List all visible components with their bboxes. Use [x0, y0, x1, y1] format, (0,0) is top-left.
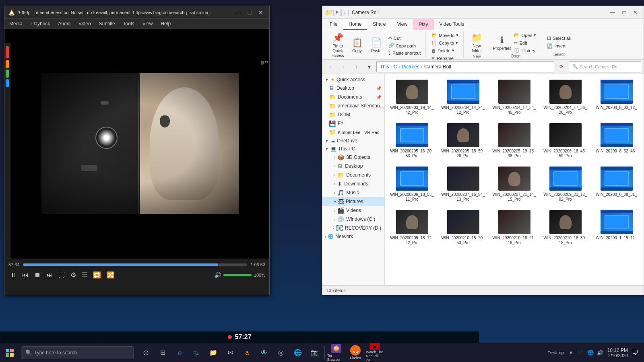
sidebar-item-desktop-qa[interactable]: 🖥 Desktop 📌 [322, 84, 384, 93]
vlc-menu-video[interactable]: Video [77, 20, 92, 27]
quick-access-btn1[interactable]: ⬇ [333, 9, 341, 16]
sidebar-item-videos[interactable]: › 🎬 Videos [322, 206, 384, 215]
vlc-progress-track[interactable] [23, 263, 248, 266]
taskbar-icon-amazon[interactable]: a [239, 345, 255, 361]
sidebar-item-3dobjects[interactable]: › 📦 3D Objects [322, 153, 384, 162]
copy-button[interactable]: 📋 Copy [348, 35, 366, 56]
delete-button[interactable]: 🗑 Delete ▾ [430, 47, 460, 54]
vlc-maximize-button[interactable]: □ [244, 7, 255, 18]
explorer-maximize-button[interactable]: □ [619, 8, 629, 17]
sidebar-item-windows-c[interactable]: › 💿 Windows (C:) [322, 215, 384, 224]
paste-button[interactable]: 📄 Paste [367, 35, 385, 56]
sidebar-item-documents[interactable]: › 📁 Documents [322, 171, 384, 179]
file-item[interactable]: WIN_20200206_18_53_11_Pro [388, 164, 436, 204]
invert-button[interactable]: 🔄 Invert [545, 43, 572, 49]
file-item[interactable]: WIN_20200_1_15_11_ [592, 208, 640, 248]
vlc-menu-playback[interactable]: Playback [29, 20, 52, 27]
history-button[interactable]: 🕐 History [512, 47, 538, 54]
address-bar[interactable]: This PC › Pictures › Camera Roll [376, 61, 554, 72]
nav-recent-button[interactable]: ▾ [363, 61, 375, 72]
sidebar-item-documents-qa[interactable]: 📁 Documents 📌 [322, 93, 384, 101]
vlc-volume-bar[interactable] [223, 274, 252, 276]
thispc-header[interactable]: ▼ 💻 This PC [322, 145, 384, 153]
file-item[interactable]: WIN_20200204_17_34_45_Pro [490, 77, 538, 117]
sidebar-item-kimber[interactable]: 📁 Kimber Lee - VR Pac [322, 128, 384, 137]
explorer-minimize-button[interactable]: — [607, 8, 618, 17]
taskbar-icon-taskview[interactable]: ⊞ [155, 345, 171, 361]
sidebar-item-music[interactable]: › 🎵 Music [322, 188, 384, 197]
vlc-minimize-button[interactable]: — [233, 7, 244, 18]
file-item[interactable]: WIN_20200_8_52_46_ [592, 121, 640, 161]
file-item[interactable]: WIN_20200205_16_20_53_Pro [388, 121, 436, 161]
sidebar-item-recovery-d[interactable]: › 💽 RECOVERY (D:) [322, 224, 384, 232]
vlc-loop-button[interactable]: 🔁 [91, 270, 103, 280]
ribbon-tab-home[interactable]: Home [343, 19, 367, 30]
taskbar-icon-tripadvisor[interactable]: 👁 [256, 345, 272, 361]
taskbar-icon-edge[interactable]: ℯ [171, 345, 188, 361]
taskbar-app-watch[interactable]: ▶ Watch The Red Pill 20... [366, 344, 384, 362]
nav-forward-button[interactable]: › [338, 61, 349, 72]
file-item[interactable]: WIN_20200204_17_36_20_Pro [541, 77, 589, 117]
pin-to-quick-access-button[interactable]: 📌 Pin to Quick access [329, 32, 347, 59]
file-item[interactable]: WIN_20200210_18_21_18_Pro [490, 208, 538, 248]
file-item[interactable]: WIN_20200205_19_15_38_Pro [490, 121, 538, 161]
vlc-menu-help[interactable]: Help [159, 20, 172, 27]
ribbon-tab-videotools[interactable]: Video Tools [434, 19, 470, 30]
tray-volume-icon[interactable]: 🔊 [596, 349, 604, 357]
taskbar-icon-cortana[interactable]: ⊙ [138, 345, 154, 361]
taskbar-icon-browser[interactable]: 🌐 [290, 345, 306, 361]
vlc-pause-button[interactable]: ⏸ [8, 271, 18, 280]
taskbar-icon-unknown1[interactable]: ◎ [273, 345, 289, 361]
open-btn[interactable]: 📂 Open ▾ [512, 32, 538, 39]
notification-button[interactable]: 🗨 [631, 349, 639, 357]
sidebar-item-pictures[interactable]: ▾ 🖼 Pictures [322, 197, 384, 206]
copy-path-button[interactable]: 🔗 Copy path [387, 42, 422, 49]
taskbar-icon-camera[interactable]: 📷 [307, 345, 323, 361]
network-header[interactable]: › 🌐 Network [322, 232, 384, 241]
vlc-next-button[interactable]: ⏭ [45, 271, 54, 280]
edit-button[interactable]: ✏ Edit [512, 39, 538, 46]
file-item[interactable]: WIN_20200207_15_54_13_Pro [439, 164, 487, 204]
select-all-button[interactable]: ☑ Select all [545, 35, 572, 42]
ribbon-tab-view[interactable]: View [391, 19, 413, 30]
vlc-stop-button[interactable]: ⏹ [33, 271, 42, 280]
vlc-video-area[interactable]: DSh [4, 29, 269, 259]
sidebar-item-desktop[interactable]: › 🖥 Desktop [322, 162, 384, 171]
onedrive-header[interactable]: ▼ ☁ OneDrive [322, 137, 384, 145]
nav-up-button[interactable]: ↑ [351, 61, 362, 72]
new-folder-button[interactable]: 📁 New folder [468, 32, 485, 54]
file-item[interactable]: WIN_20200203_19_14_42_Pro [388, 77, 436, 117]
file-item[interactable]: WIN_20200206_18_45_59_Pro [541, 121, 589, 161]
ribbon-tab-play[interactable]: Play [413, 19, 433, 30]
file-item[interactable]: WIN_20200210_15_20_53_Pro [439, 208, 487, 248]
vlc-menu-view[interactable]: View [141, 20, 155, 27]
file-item[interactable]: WIN_20200_8_03_12_ [592, 77, 640, 117]
file-item[interactable]: WIN_20200207_21_14_15_Pro [490, 164, 538, 204]
taskbar-icon-files[interactable]: 📁 [205, 345, 221, 361]
tray-kaspersky-icon[interactable]: 🛡 [577, 349, 585, 357]
vlc-shuffle-button[interactable]: 🔀 [105, 270, 116, 280]
ribbon-tab-file[interactable]: File [324, 19, 343, 30]
tray-expand-icon[interactable]: ∧ [567, 349, 575, 357]
vlc-menu-tools[interactable]: Tools [122, 20, 136, 27]
file-item[interactable]: WIN_20200209_18_12_42_Pro [388, 208, 436, 248]
quick-access-btn2[interactable]: ↓ [341, 9, 349, 16]
nav-back-button[interactable]: ‹ [325, 61, 336, 72]
taskbar-icon-mail[interactable]: ✉ [222, 345, 238, 361]
paste-shortcut-button[interactable]: ⤵ Paste shortcut [387, 50, 422, 56]
taskbar-app-firefox[interactable]: 🦊 Firefox [347, 344, 364, 362]
taskbar-search-box[interactable]: 🔍 Type here to search [21, 346, 134, 359]
vlc-extended-button[interactable]: ⚙ [69, 270, 78, 280]
file-item[interactable]: WIN_20200_6_08_31_ [592, 164, 640, 204]
file-item[interactable]: WIN_20200210_18_39_18_Pro [541, 208, 589, 248]
file-item[interactable]: WIN_20200209_23_12_02_Pro [541, 164, 589, 204]
ribbon-tab-share[interactable]: Share [367, 19, 391, 30]
file-item[interactable]: WIN_20200205_18_59_26_Pro [439, 121, 487, 161]
refresh-button[interactable]: ⟳ [556, 61, 567, 72]
taskbar-icon-store[interactable]: 🛍 [188, 345, 204, 361]
vlc-fullscreen-button[interactable]: ⛶ [57, 271, 66, 280]
search-box[interactable]: 🔍 Search Camera Roll [569, 61, 641, 72]
cut-button[interactable]: ✂ Cut [387, 35, 422, 41]
vlc-menu-subtitle[interactable]: Subtitle [97, 20, 117, 27]
tray-network-icon[interactable]: 🌐 [586, 349, 594, 357]
